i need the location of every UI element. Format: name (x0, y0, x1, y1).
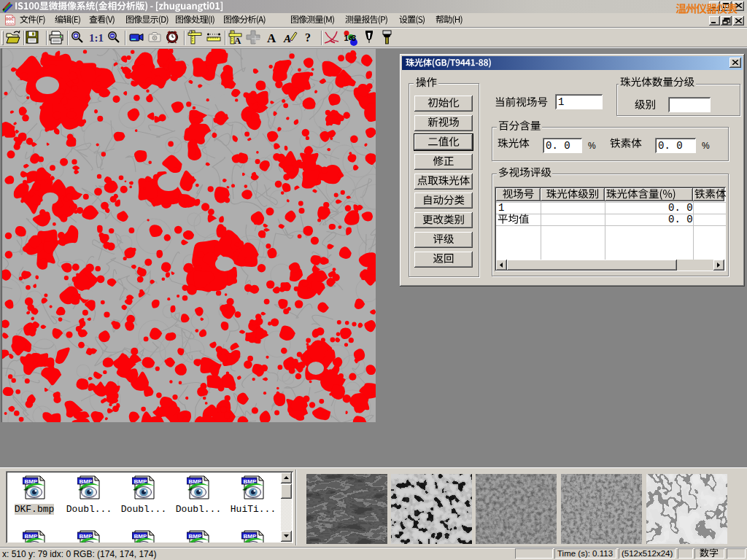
svg-text:1: 1 (344, 34, 349, 42)
svg-text:A: A (234, 35, 241, 46)
svg-text:DOC: DOC (6, 18, 14, 21)
svg-text:3: 3 (352, 34, 356, 42)
svg-text:?: ? (305, 31, 311, 44)
svg-text:A: A (267, 31, 276, 45)
svg-text:1:1: 1:1 (89, 32, 104, 44)
svg-text:A: A (283, 33, 291, 44)
